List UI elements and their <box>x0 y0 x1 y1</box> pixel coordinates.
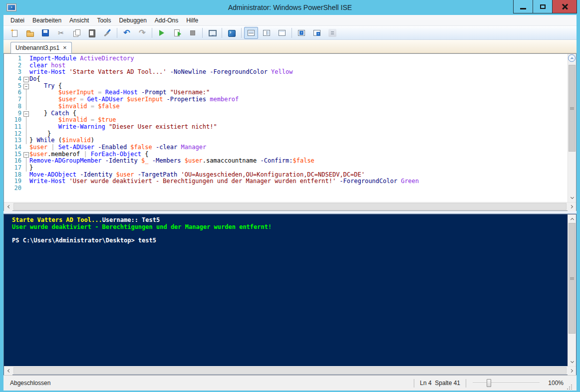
console-vertical-scrollbar[interactable] <box>568 214 576 366</box>
menu-ansicht[interactable]: Ansicht <box>65 15 93 25</box>
layout-script-pane-right-button[interactable] <box>260 27 274 39</box>
code-line: 20 <box>4 185 568 192</box>
run-selection-button[interactable] <box>170 27 184 39</box>
scroll-right-arrow[interactable] <box>568 367 576 375</box>
console-line: User wurde deaktiviert - Berechtigungen … <box>12 224 568 231</box>
zoom-slider-handle[interactable] <box>487 379 491 387</box>
collapse-script-pane-button[interactable] <box>568 54 576 62</box>
menu-tools[interactable]: Tools <box>93 15 115 25</box>
code-text: Remove-ADGroupMember -Identity $_ -Membe… <box>29 158 568 165</box>
scroll-right-arrow[interactable] <box>568 202 576 211</box>
new-powershell-tab-button[interactable] <box>294 27 308 39</box>
fold-collapse-icon[interactable] <box>23 83 29 90</box>
status-separator <box>466 379 466 388</box>
fold-gutter <box>23 158 29 165</box>
code-line: 10 $invalid = $true <box>4 117 568 124</box>
zoom-slider[interactable] <box>472 378 541 388</box>
start-powershell-button[interactable] <box>225 27 239 39</box>
fold-collapse-icon[interactable] <box>23 110 29 117</box>
new-script-button[interactable] <box>7 27 21 39</box>
status-right: Ln 4 Spalte 41 100% <box>408 376 573 391</box>
code-line: 18Move-ADObject -Identity $user -TargetP… <box>4 172 568 179</box>
tab-close-icon[interactable]: × <box>63 45 67 51</box>
code-line: 4Do{ <box>4 76 568 83</box>
titlebar[interactable]: › Administrator: Windows PowerShell ISE <box>0 0 580 15</box>
editor-scroll-track[interactable] <box>568 62 576 194</box>
fold-collapse-icon[interactable] <box>23 151 29 158</box>
menu-debuggen[interactable]: Debuggen <box>115 15 150 25</box>
open-script-button[interactable] <box>23 27 37 39</box>
toolbar-overflow-button[interactable] <box>325 27 339 39</box>
scroll-left-arrow[interactable] <box>4 202 12 211</box>
editor-vertical-scrollbar[interactable] <box>568 54 576 202</box>
console-scroll-track[interactable] <box>568 223 576 358</box>
menu-hilfe[interactable]: Hilfe <box>182 15 202 25</box>
code-text: } While ($invalid) <box>29 137 568 144</box>
cut-button[interactable] <box>54 27 68 39</box>
editor-hscroll-thumb[interactable] <box>13 203 567 210</box>
editor-horizontal-scrollbar[interactable] <box>4 202 576 210</box>
toolbar-overflow-icon <box>328 29 336 37</box>
line-number: 4 <box>4 76 23 83</box>
console-horizontal-scrollbar[interactable] <box>4 366 576 375</box>
minimize-button[interactable] <box>513 0 533 13</box>
console-pane[interactable]: Starte Vatters AD Tool...Username:: Test… <box>4 214 568 366</box>
fold-gutter <box>23 137 29 144</box>
menu-datei[interactable]: Datei <box>6 15 28 25</box>
code-text: $invalid = $true <box>29 117 568 124</box>
minimize-icon <box>520 8 526 9</box>
code-line: 14$user | Set-ADUser -Enabled $false -cl… <box>4 144 568 151</box>
tab-unbenannt3[interactable]: Unbenannt3.ps1 × <box>10 42 72 53</box>
editor-scroll-thumb[interactable] <box>569 65 576 152</box>
run-script-icon <box>158 29 166 37</box>
code-line: 11 Write-Warning "Dieser User existiert … <box>4 124 568 131</box>
run-script-button[interactable] <box>155 27 169 39</box>
menu-add-ons[interactable]: Add-Ons <box>151 15 182 25</box>
new-powershell-window-button[interactable] <box>310 27 324 39</box>
status-separator <box>414 379 414 388</box>
chevron-up-icon <box>571 57 574 60</box>
redo-button[interactable] <box>135 27 149 39</box>
script-editor[interactable]: 1Import-Module ActiveDirectory2clear hos… <box>4 54 568 202</box>
fold-collapse-icon[interactable] <box>23 76 29 83</box>
layout-script-pane-maximized-button[interactable] <box>275 27 289 39</box>
maximize-button[interactable] <box>533 0 553 13</box>
fold-gutter <box>23 103 29 110</box>
fold-gutter <box>23 172 29 179</box>
code-line: 3write-Host 'Starte Vatters AD Tool...' … <box>4 69 568 76</box>
new-remote-powershell-tab-button[interactable] <box>205 27 219 39</box>
fold-gutter <box>23 117 29 124</box>
code-text <box>29 185 568 192</box>
scroll-down-arrow[interactable] <box>568 194 576 202</box>
line-number: 9 <box>4 110 23 117</box>
new-powershell-tab-icon <box>297 29 305 37</box>
line-number: 1 <box>4 55 23 62</box>
chevron-down-icon <box>571 359 574 363</box>
editor-hscroll-track[interactable] <box>12 202 568 210</box>
stop-operation-icon <box>189 29 197 37</box>
close-button[interactable] <box>552 0 577 13</box>
clear-console-pane-button[interactable] <box>100 27 114 39</box>
fold-gutter <box>23 165 29 172</box>
stop-operation-button[interactable] <box>186 27 200 39</box>
scroll-left-arrow[interactable] <box>4 367 12 375</box>
menu-bearbeiten[interactable]: Bearbeiten <box>28 15 65 25</box>
scroll-up-arrow[interactable] <box>568 214 576 223</box>
line-number: 3 <box>4 69 23 76</box>
console-scroll-thumb[interactable] <box>569 223 576 334</box>
zoom-slider-track[interactable] <box>473 383 540 384</box>
resize-grip[interactable] <box>567 385 573 391</box>
status-bar: Abgeschlossen Ln 4 Spalte 41 100% <box>3 375 577 391</box>
save-script-button[interactable] <box>38 27 52 39</box>
console-hscroll-track[interactable] <box>12 367 568 375</box>
console-hscroll-thumb[interactable] <box>13 367 567 374</box>
code-text: } <box>29 131 568 138</box>
copy-button[interactable] <box>69 27 83 39</box>
save-script-icon <box>41 29 49 37</box>
scroll-down-arrow[interactable] <box>568 358 576 366</box>
start-powershell-icon <box>228 29 236 37</box>
paste-button[interactable] <box>85 27 99 39</box>
zoom-level: 100% <box>546 380 564 387</box>
undo-button[interactable] <box>120 27 134 39</box>
layout-script-pane-top-button[interactable] <box>244 27 258 39</box>
